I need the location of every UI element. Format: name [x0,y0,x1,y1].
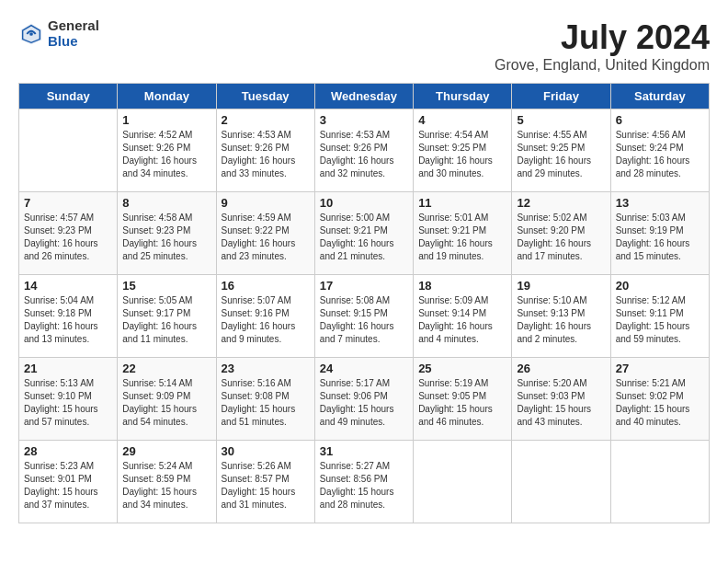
day-number: 11 [418,196,506,210]
day-number: 20 [616,279,704,293]
day-info: Sunrise: 5:14 AM Sunset: 9:09 PM Dayligh… [122,377,210,429]
calendar-week-row: 1Sunrise: 4:52 AM Sunset: 9:26 PM Daylig… [19,109,710,192]
day-info: Sunrise: 5:17 AM Sunset: 9:06 PM Dayligh… [320,377,408,429]
calendar-cell: 19Sunrise: 5:10 AM Sunset: 9:13 PM Dayli… [512,275,610,358]
calendar-header-wednesday: Wednesday [314,84,413,109]
calendar-cell [610,441,709,523]
svg-point-2 [29,32,33,36]
day-info: Sunrise: 5:21 AM Sunset: 9:02 PM Dayligh… [616,377,704,429]
calendar-cell: 18Sunrise: 5:09 AM Sunset: 9:14 PM Dayli… [414,275,512,358]
day-number: 22 [122,362,210,375]
day-number: 23 [222,362,310,375]
calendar-cell: 9Sunrise: 4:59 AM Sunset: 9:22 PM Daylig… [216,192,314,275]
day-info: Sunrise: 4:52 AM Sunset: 9:26 PM Dayligh… [122,129,210,180]
day-info: Sunrise: 5:27 AM Sunset: 8:56 PM Dayligh… [320,460,408,511]
calendar-cell: 27Sunrise: 5:21 AM Sunset: 9:02 PM Dayli… [610,358,709,441]
day-info: Sunrise: 5:20 AM Sunset: 9:03 PM Dayligh… [517,377,605,429]
day-info: Sunrise: 5:13 AM Sunset: 9:10 PM Dayligh… [24,377,112,429]
calendar-header-saturday: Saturday [610,84,709,109]
calendar-cell: 26Sunrise: 5:20 AM Sunset: 9:03 PM Dayli… [512,358,610,441]
day-number: 31 [320,444,408,458]
calendar-cell: 21Sunrise: 5:13 AM Sunset: 9:10 PM Dayli… [19,358,118,441]
day-number: 3 [320,113,408,127]
calendar-cell: 1Sunrise: 4:52 AM Sunset: 9:26 PM Daylig… [118,109,216,192]
calendar-cell [19,109,118,192]
day-number: 14 [24,279,112,293]
title-block: July 2024 Grove, England, United Kingdom [495,18,710,74]
day-number: 6 [616,113,704,127]
day-info: Sunrise: 5:08 AM Sunset: 9:15 PM Dayligh… [320,294,408,346]
calendar-cell: 4Sunrise: 4:54 AM Sunset: 9:25 PM Daylig… [414,109,512,192]
calendar-cell: 6Sunrise: 4:56 AM Sunset: 9:24 PM Daylig… [610,109,709,192]
day-info: Sunrise: 5:23 AM Sunset: 9:01 PM Dayligh… [24,460,112,511]
calendar-cell: 13Sunrise: 5:03 AM Sunset: 9:19 PM Dayli… [610,192,709,275]
calendar-header-sunday: Sunday [19,84,118,109]
day-number: 12 [517,196,605,210]
day-number: 16 [222,279,310,293]
calendar-cell: 22Sunrise: 5:14 AM Sunset: 9:09 PM Dayli… [118,358,216,441]
logo-general-text: General [48,18,99,34]
calendar-cell: 20Sunrise: 5:12 AM Sunset: 9:11 PM Dayli… [610,275,709,358]
calendar-cell: 3Sunrise: 4:53 AM Sunset: 9:26 PM Daylig… [314,109,413,192]
calendar-week-row: 14Sunrise: 5:04 AM Sunset: 9:18 PM Dayli… [19,275,710,358]
calendar-cell: 28Sunrise: 5:23 AM Sunset: 9:01 PM Dayli… [19,441,118,523]
day-info: Sunrise: 5:16 AM Sunset: 9:08 PM Dayligh… [222,377,310,429]
day-number: 18 [418,279,506,293]
calendar-cell: 16Sunrise: 5:07 AM Sunset: 9:16 PM Dayli… [216,275,314,358]
day-info: Sunrise: 4:53 AM Sunset: 9:26 PM Dayligh… [320,129,408,180]
calendar-week-row: 7Sunrise: 4:57 AM Sunset: 9:23 PM Daylig… [19,192,710,275]
calendar-cell [512,441,610,523]
day-number: 27 [616,362,704,375]
calendar-cell: 31Sunrise: 5:27 AM Sunset: 8:56 PM Dayli… [314,441,413,523]
calendar-header-tuesday: Tuesday [216,84,314,109]
calendar-table: SundayMondayTuesdayWednesdayThursdayFrid… [18,83,710,523]
calendar-body: 1Sunrise: 4:52 AM Sunset: 9:26 PM Daylig… [19,109,710,523]
calendar-cell: 30Sunrise: 5:26 AM Sunset: 8:57 PM Dayli… [216,441,314,523]
day-number: 10 [320,196,408,210]
calendar-cell: 8Sunrise: 4:58 AM Sunset: 9:23 PM Daylig… [118,192,216,275]
day-info: Sunrise: 5:07 AM Sunset: 9:16 PM Dayligh… [222,294,310,346]
day-number: 24 [320,362,408,375]
calendar-week-row: 28Sunrise: 5:23 AM Sunset: 9:01 PM Dayli… [19,441,710,523]
calendar-week-row: 21Sunrise: 5:13 AM Sunset: 9:10 PM Dayli… [19,358,710,441]
day-number: 15 [122,279,210,293]
calendar-cell: 25Sunrise: 5:19 AM Sunset: 9:05 PM Dayli… [414,358,512,441]
calendar-cell: 15Sunrise: 5:05 AM Sunset: 9:17 PM Dayli… [118,275,216,358]
day-info: Sunrise: 5:24 AM Sunset: 8:59 PM Dayligh… [122,460,210,511]
logo: General Blue [18,18,99,49]
day-info: Sunrise: 4:54 AM Sunset: 9:25 PM Dayligh… [418,129,506,180]
day-number: 13 [616,196,704,210]
logo-blue-text: Blue [48,34,99,50]
day-info: Sunrise: 5:01 AM Sunset: 9:21 PM Dayligh… [418,212,506,263]
calendar-header-thursday: Thursday [414,84,512,109]
day-info: Sunrise: 4:57 AM Sunset: 9:23 PM Dayligh… [24,212,112,263]
day-number: 19 [517,279,605,293]
calendar-cell: 11Sunrise: 5:01 AM Sunset: 9:21 PM Dayli… [414,192,512,275]
calendar-cell: 10Sunrise: 5:00 AM Sunset: 9:21 PM Dayli… [314,192,413,275]
day-number: 26 [517,362,605,375]
day-info: Sunrise: 5:02 AM Sunset: 9:20 PM Dayligh… [517,212,605,263]
day-info: Sunrise: 4:56 AM Sunset: 9:24 PM Dayligh… [616,129,704,180]
calendar-header-row: SundayMondayTuesdayWednesdayThursdayFrid… [19,84,710,109]
day-info: Sunrise: 5:05 AM Sunset: 9:17 PM Dayligh… [122,294,210,346]
day-info: Sunrise: 5:09 AM Sunset: 9:14 PM Dayligh… [418,294,506,346]
logo-text: General Blue [48,18,99,49]
day-number: 21 [24,362,112,375]
day-number: 28 [24,444,112,458]
page-header: General Blue July 2024 Grove, England, U… [18,18,710,74]
day-number: 25 [418,362,506,375]
day-info: Sunrise: 5:03 AM Sunset: 9:19 PM Dayligh… [616,212,704,263]
calendar-cell: 24Sunrise: 5:17 AM Sunset: 9:06 PM Dayli… [314,358,413,441]
day-info: Sunrise: 5:10 AM Sunset: 9:13 PM Dayligh… [517,294,605,346]
day-number: 8 [122,196,210,210]
calendar-cell: 23Sunrise: 5:16 AM Sunset: 9:08 PM Dayli… [216,358,314,441]
day-number: 4 [418,113,506,127]
calendar-header-monday: Monday [118,84,216,109]
location-subtitle: Grove, England, United Kingdom [495,57,710,74]
month-year-title: July 2024 [495,18,710,57]
logo-icon [18,21,44,47]
calendar-cell: 17Sunrise: 5:08 AM Sunset: 9:15 PM Dayli… [314,275,413,358]
day-number: 30 [222,444,310,458]
calendar-cell: 5Sunrise: 4:55 AM Sunset: 9:25 PM Daylig… [512,109,610,192]
day-number: 17 [320,279,408,293]
